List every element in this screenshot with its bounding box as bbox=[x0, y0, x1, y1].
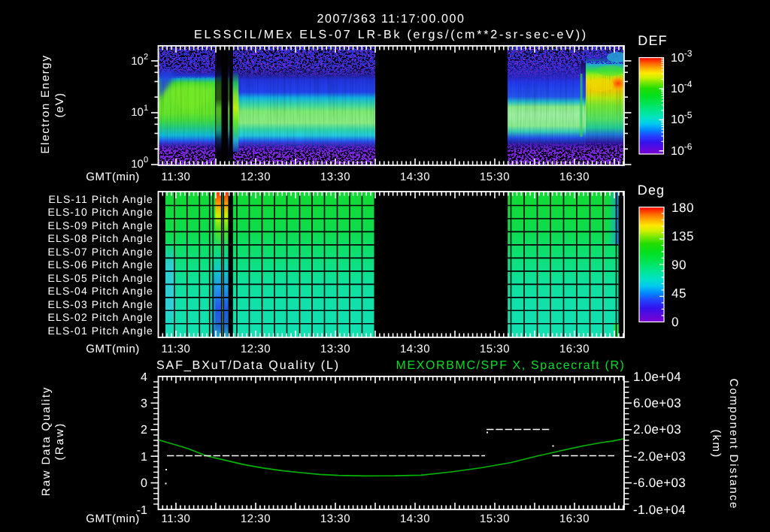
svg-text:(Raw): (Raw) bbox=[53, 422, 66, 461]
svg-text:Component Distance: Component Distance bbox=[727, 379, 740, 509]
svg-text:135: 135 bbox=[671, 229, 694, 243]
svg-text:12:30: 12:30 bbox=[241, 171, 271, 183]
svg-text:ELSSCIL/MEx ELS-07 LR-Bk (erg: ELSSCIL/MEx ELS-07 LR-Bk (ergs/(cm**2-sr… bbox=[194, 29, 588, 41]
svg-text:ELS-03 Pitch Angle: ELS-03 Pitch Angle bbox=[48, 298, 153, 310]
svg-text:13:30: 13:30 bbox=[320, 171, 350, 183]
svg-text:ELS-10 Pitch Angle: ELS-10 Pitch Angle bbox=[48, 206, 153, 218]
svg-text:DEF: DEF bbox=[638, 33, 668, 48]
svg-text:ELS-04 Pitch Angle: ELS-04 Pitch Angle bbox=[48, 285, 153, 297]
svg-text:-6.0e+03: -6.0e+03 bbox=[633, 476, 686, 490]
svg-text:GMT(min): GMT(min) bbox=[86, 512, 140, 525]
svg-text:2.0e+03: 2.0e+03 bbox=[633, 422, 681, 437]
svg-text:2: 2 bbox=[141, 424, 147, 437]
svg-text:14:30: 14:30 bbox=[400, 171, 430, 183]
svg-text:GMT(min): GMT(min) bbox=[86, 171, 140, 183]
svg-text:Raw Data Quality: Raw Data Quality bbox=[40, 386, 53, 496]
svg-text:16:30: 16:30 bbox=[559, 343, 590, 355]
svg-text:(km): (km) bbox=[710, 430, 723, 459]
svg-text:MEXORBMC/SPF X, Spacecraft (R): MEXORBMC/SPF X, Spacecraft (R) bbox=[396, 359, 626, 372]
svg-text:14:30: 14:30 bbox=[400, 343, 430, 355]
svg-text:ELS-01 Pitch Angle: ELS-01 Pitch Angle bbox=[48, 325, 153, 337]
svg-text:ELS-08 Pitch Angle: ELS-08 Pitch Angle bbox=[48, 232, 153, 244]
svg-text:1.0e+04: 1.0e+04 bbox=[633, 370, 681, 384]
svg-text:45: 45 bbox=[671, 286, 687, 301]
svg-text:ELS-06 Pitch Angle: ELS-06 Pitch Angle bbox=[48, 258, 153, 271]
svg-text:(eV): (eV) bbox=[53, 92, 66, 118]
svg-text:15:30: 15:30 bbox=[480, 512, 510, 525]
svg-text:ELS-11 Pitch Angle: ELS-11 Pitch Angle bbox=[49, 193, 153, 205]
svg-text:15:30: 15:30 bbox=[480, 171, 510, 183]
svg-text:1: 1 bbox=[141, 451, 147, 464]
svg-text:GMT(min): GMT(min) bbox=[86, 343, 140, 355]
svg-text:-1.0e+04: -1.0e+04 bbox=[633, 503, 686, 517]
svg-text:11:30: 11:30 bbox=[162, 343, 191, 355]
svg-text:16:30: 16:30 bbox=[559, 512, 590, 525]
svg-text:-2.0e+03: -2.0e+03 bbox=[633, 449, 686, 464]
svg-text:13:30: 13:30 bbox=[320, 343, 350, 355]
svg-text:0: 0 bbox=[671, 315, 679, 329]
svg-text:11:30: 11:30 bbox=[162, 171, 191, 183]
svg-text:ELS-07 Pitch Angle: ELS-07 Pitch Angle bbox=[48, 246, 153, 258]
svg-text:15:30: 15:30 bbox=[480, 343, 510, 355]
svg-text:12:30: 12:30 bbox=[241, 343, 271, 355]
svg-text:2007/363 11:17:00.000: 2007/363 11:17:00.000 bbox=[317, 13, 465, 26]
svg-text:3: 3 bbox=[141, 397, 147, 410]
svg-text:0: 0 bbox=[141, 477, 147, 490]
svg-text:4: 4 bbox=[141, 371, 147, 384]
svg-text:14:30: 14:30 bbox=[400, 512, 430, 525]
svg-text:180: 180 bbox=[671, 201, 694, 215]
svg-text:ELS-05 Pitch Angle: ELS-05 Pitch Angle bbox=[48, 272, 153, 284]
svg-text:SAF_BXuT/Data Quality (L): SAF_BXuT/Data Quality (L) bbox=[156, 359, 340, 372]
svg-text:12:30: 12:30 bbox=[241, 512, 271, 525]
svg-text:ELS-09 Pitch Angle: ELS-09 Pitch Angle bbox=[48, 219, 153, 231]
svg-text:Deg: Deg bbox=[638, 183, 665, 198]
svg-text:11:30: 11:30 bbox=[162, 512, 191, 525]
svg-text:6.0e+03: 6.0e+03 bbox=[633, 396, 681, 410]
svg-text:16:30: 16:30 bbox=[559, 171, 590, 183]
svg-text:13:30: 13:30 bbox=[320, 512, 350, 525]
svg-text:ELS-02 Pitch Angle: ELS-02 Pitch Angle bbox=[48, 311, 153, 323]
svg-text:Electron Energy: Electron Energy bbox=[39, 54, 52, 153]
svg-text:90: 90 bbox=[671, 258, 687, 272]
